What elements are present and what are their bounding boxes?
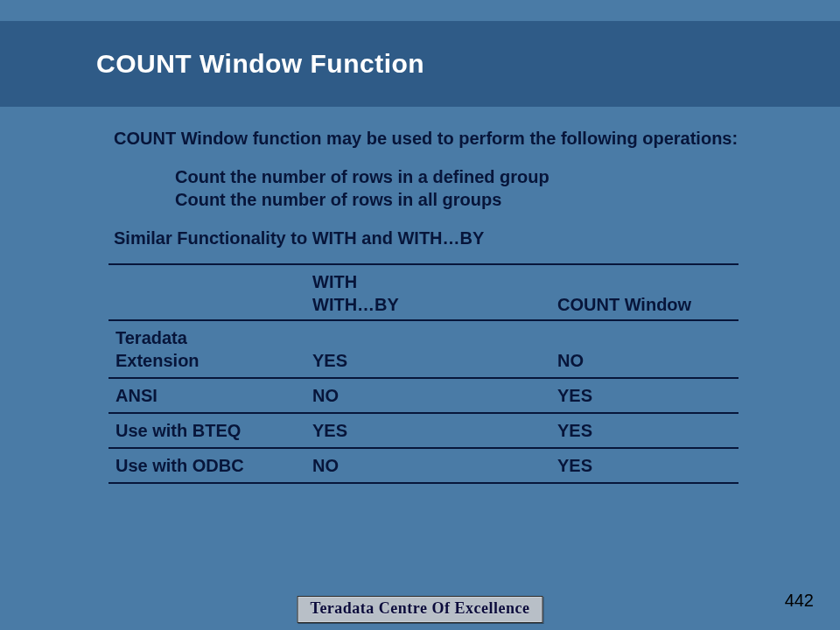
header-col2-line2: WITH…BY	[312, 293, 557, 316]
footer-text: Teradata Centre Of Excellence	[311, 599, 530, 617]
table-row: ANSI NO YES	[108, 379, 738, 412]
table-header-row: WITH WITH…BY COUNT Window	[108, 265, 738, 319]
slide: COUNT Window Function COUNT Window funct…	[0, 0, 840, 630]
intro-text: COUNT Window function may be used to per…	[114, 127, 788, 150]
row-with: YES	[312, 349, 557, 372]
row-with: NO	[312, 384, 557, 407]
operations-list: Count the number of rows in a defined gr…	[175, 165, 788, 211]
page-number: 442	[785, 591, 814, 611]
similar-text: Similar Functionality to WITH and WITH…B…	[114, 227, 788, 249]
row-count: YES	[557, 419, 724, 442]
footer-badge: Teradata Centre Of Excellence	[298, 596, 543, 623]
header-col2: WITH WITH…BY	[312, 270, 557, 316]
table-row: Teradata Extension YES NO	[108, 321, 738, 377]
row-label: ANSI	[116, 384, 312, 407]
operation-item: Count the number of rows in all groups	[175, 188, 788, 211]
row-count: YES	[557, 384, 724, 407]
row-count: NO	[557, 349, 724, 372]
comparison-table: WITH WITH…BY COUNT Window Teradata Exten…	[108, 263, 738, 484]
header-col1	[116, 270, 312, 316]
row-with: YES	[312, 419, 557, 442]
table-rule	[108, 482, 738, 484]
row-label: Use with BTEQ	[116, 419, 312, 442]
header-col2-line1: WITH	[312, 270, 557, 293]
title-band: COUNT Window Function	[0, 21, 840, 107]
row-label: Teradata Extension	[116, 326, 312, 372]
row-with: NO	[312, 454, 557, 477]
table-row: Use with BTEQ YES YES	[108, 414, 738, 447]
row-label-line1: Teradata	[116, 326, 312, 349]
row-count: YES	[557, 454, 724, 477]
operation-item: Count the number of rows in a defined gr…	[175, 165, 788, 188]
page-title: COUNT Window Function	[96, 49, 424, 79]
row-label: Use with ODBC	[116, 454, 312, 477]
slide-body: COUNT Window function may be used to per…	[114, 127, 788, 484]
header-col3: COUNT Window	[557, 293, 724, 316]
table-row: Use with ODBC NO YES	[108, 449, 738, 482]
row-label-line2: Extension	[116, 349, 312, 372]
